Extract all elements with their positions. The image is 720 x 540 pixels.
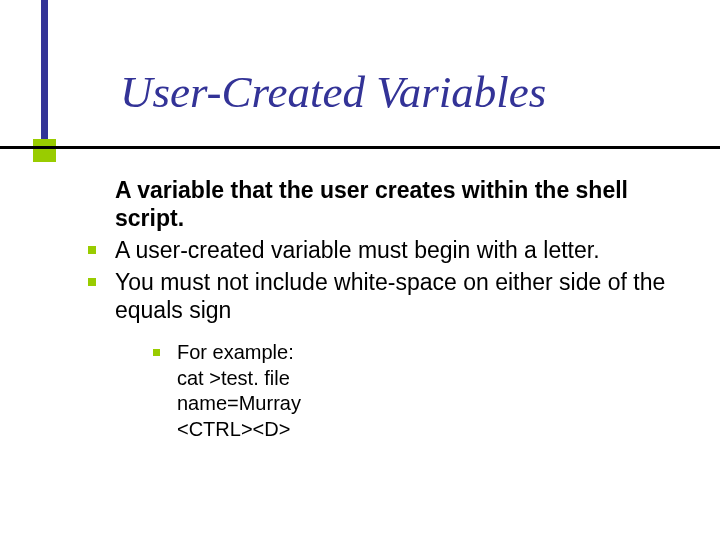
sub-line: cat >test. file [177,366,675,392]
bullet-text: A user-created variable must begin with … [115,237,600,263]
list-item: A user-created variable must begin with … [115,236,675,264]
slide: User-Created Variables A variable that t… [0,0,720,540]
slide-title: User-Created Variables [120,66,546,118]
sub-line: name=Murray [177,391,675,417]
bullet-text: You must not include white-space on eith… [115,269,665,323]
decor-square-icon [33,139,56,162]
list-item: For example: cat >test. file name=Murray… [153,340,675,442]
sub-line: For example: [177,340,675,366]
list-item: You must not include white-space on eith… [115,268,675,324]
lead-text: A variable that the user creates within … [115,176,675,232]
decor-bar-vertical [41,0,48,146]
sub-list: For example: cat >test. file name=Murray… [153,340,675,442]
bullet-icon [153,349,160,356]
bullet-icon [88,246,96,254]
decor-horizontal-rule [0,146,720,149]
slide-body: A variable that the user creates within … [115,176,675,443]
bullet-icon [88,278,96,286]
sub-line: <CTRL><D> [177,417,675,443]
